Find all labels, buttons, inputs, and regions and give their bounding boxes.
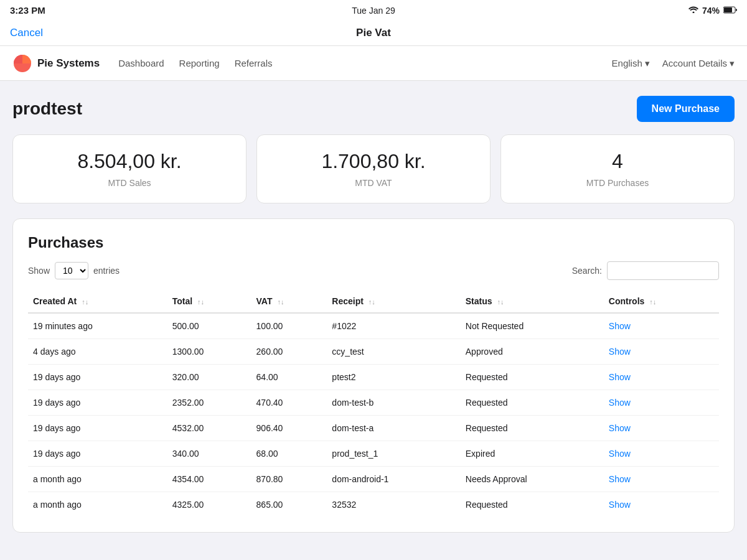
- page-header: prodtest New Purchase: [12, 96, 735, 122]
- col-vat: VAT ↑↓: [251, 290, 327, 313]
- nav-referrals[interactable]: Referrals: [235, 58, 273, 68]
- new-purchase-button[interactable]: New Purchase: [637, 96, 735, 122]
- cell-created-at: 19 minutes ago: [28, 313, 167, 339]
- top-nav-bar: Cancel Pie Vat: [0, 21, 747, 46]
- col-status: Status ↑↓: [461, 290, 604, 313]
- cell-vat: 64.00: [251, 365, 327, 390]
- cell-created-at: 19 days ago: [28, 365, 167, 390]
- show-link[interactable]: Show: [609, 372, 631, 382]
- purchases-title: Purchases: [28, 234, 719, 251]
- cell-total: 4325.00: [167, 492, 251, 518]
- table-row: a month ago 4354.00 870.80 dom-android-1…: [28, 467, 719, 492]
- cell-receipt: #1022: [327, 313, 460, 339]
- show-link[interactable]: Show: [609, 398, 631, 408]
- table-row: 19 minutes ago 500.00 100.00 #1022 Not R…: [28, 313, 719, 339]
- entries-select[interactable]: 10 25 50: [55, 262, 88, 279]
- sort-icon-created-at[interactable]: ↑↓: [82, 298, 88, 306]
- table-row: 4 days ago 1300.00 260.00 ccy_test Appro…: [28, 339, 719, 365]
- cell-receipt: ptest2: [327, 365, 460, 390]
- sort-icon-receipt[interactable]: ↑↓: [369, 298, 375, 306]
- cell-total: 500.00: [167, 313, 251, 339]
- mtd-purchases-label: MTD Purchases: [516, 178, 719, 188]
- show-link[interactable]: Show: [609, 321, 631, 331]
- status-bar: 3:23 PM Tue Jan 29 74%: [0, 0, 747, 21]
- stats-row: 8.504,00 kr. MTD Sales 1.700,80 kr. MTD …: [12, 134, 735, 203]
- search-input[interactable]: [607, 261, 719, 280]
- table-controls: Show 10 25 50 entries Search:: [28, 261, 719, 280]
- cancel-button[interactable]: Cancel: [10, 27, 43, 39]
- logo-text: Pie Systems: [37, 57, 100, 70]
- sort-icon-status[interactable]: ↑↓: [497, 298, 504, 306]
- table-row: a month ago 4325.00 865.00 32532 Request…: [28, 492, 719, 518]
- language-dropdown[interactable]: English ▾: [612, 58, 650, 69]
- battery-icon: [723, 6, 737, 16]
- logo-icon: [12, 54, 32, 73]
- cell-created-at: 19 days ago: [28, 441, 167, 467]
- cell-status: Requested: [461, 390, 604, 416]
- cell-vat: 470.40: [251, 390, 327, 416]
- account-details-dropdown[interactable]: Account Details ▾: [662, 58, 735, 69]
- cell-controls[interactable]: Show: [604, 313, 719, 339]
- cell-receipt: dom-test-b: [327, 390, 460, 416]
- cell-status: Expired: [461, 441, 604, 467]
- cell-controls[interactable]: Show: [604, 492, 719, 518]
- mtd-vat-label: MTD VAT: [272, 178, 475, 188]
- nav-dashboard[interactable]: Dashboard: [118, 58, 164, 68]
- show-link[interactable]: Show: [609, 474, 631, 484]
- table-row: 19 days ago 320.00 64.00 ptest2 Requeste…: [28, 365, 719, 390]
- main-nav: Pie Systems Dashboard Reporting Referral…: [0, 46, 747, 81]
- cell-receipt: dom-android-1: [327, 467, 460, 492]
- sort-icon-total[interactable]: ↑↓: [197, 298, 204, 306]
- entries-label: entries: [93, 266, 120, 276]
- sort-icon-vat[interactable]: ↑↓: [277, 298, 284, 306]
- page-title: Pie Vat: [356, 27, 391, 39]
- search-area: Search:: [572, 261, 719, 280]
- nav-reporting[interactable]: Reporting: [179, 58, 220, 68]
- purchases-section: Purchases Show 10 25 50 entries Search:: [12, 218, 735, 533]
- show-link[interactable]: Show: [609, 500, 631, 510]
- show-entries-control: Show 10 25 50 entries: [28, 262, 120, 279]
- cell-controls[interactable]: Show: [604, 416, 719, 441]
- col-controls: Controls ↑↓: [604, 290, 719, 313]
- nav-links: Dashboard Reporting Referrals: [118, 58, 611, 68]
- battery-level: 74%: [702, 6, 720, 16]
- sort-icon-controls[interactable]: ↑↓: [649, 298, 656, 306]
- cell-controls[interactable]: Show: [604, 467, 719, 492]
- cell-status: Needs Approval: [461, 467, 604, 492]
- cell-receipt: ccy_test: [327, 339, 460, 365]
- cell-controls[interactable]: Show: [604, 390, 719, 416]
- table-row: 19 days ago 4532.00 906.40 dom-test-a Re…: [28, 416, 719, 441]
- show-link[interactable]: Show: [609, 347, 631, 357]
- show-link[interactable]: Show: [609, 423, 631, 433]
- cell-controls[interactable]: Show: [604, 365, 719, 390]
- chevron-down-icon: ▾: [730, 58, 735, 69]
- cell-created-at: 4 days ago: [28, 339, 167, 365]
- col-total: Total ↑↓: [167, 290, 251, 313]
- cell-status: Requested: [461, 492, 604, 518]
- cell-vat: 906.40: [251, 416, 327, 441]
- cell-controls[interactable]: Show: [604, 339, 719, 365]
- table-row: 19 days ago 2352.00 470.40 dom-test-b Re…: [28, 390, 719, 416]
- cell-controls[interactable]: Show: [604, 441, 719, 467]
- stat-card-mtd-sales: 8.504,00 kr. MTD Sales: [12, 134, 247, 203]
- cell-total: 340.00: [167, 441, 251, 467]
- svg-rect-1: [724, 7, 732, 12]
- stat-card-mtd-vat: 1.700,80 kr. MTD VAT: [256, 134, 491, 203]
- cell-receipt: prod_test_1: [327, 441, 460, 467]
- status-time: 3:23 PM: [10, 5, 45, 16]
- cell-created-at: 19 days ago: [28, 390, 167, 416]
- cell-total: 320.00: [167, 365, 251, 390]
- cell-vat: 870.80: [251, 467, 327, 492]
- table-row: 19 days ago 340.00 68.00 prod_test_1 Exp…: [28, 441, 719, 467]
- col-created-at: Created At ↑↓: [28, 290, 167, 313]
- cell-created-at: a month ago: [28, 492, 167, 518]
- mtd-sales-value: 8.504,00 kr.: [28, 150, 231, 173]
- mtd-vat-value: 1.700,80 kr.: [272, 150, 475, 173]
- purchases-table: Created At ↑↓ Total ↑↓ VAT ↑↓ Receipt ↑↓: [28, 290, 719, 517]
- cell-total: 4354.00: [167, 467, 251, 492]
- cell-vat: 100.00: [251, 313, 327, 339]
- cell-total: 1300.00: [167, 339, 251, 365]
- cell-vat: 68.00: [251, 441, 327, 467]
- show-link[interactable]: Show: [609, 449, 631, 459]
- account-name-heading: prodtest: [12, 99, 82, 119]
